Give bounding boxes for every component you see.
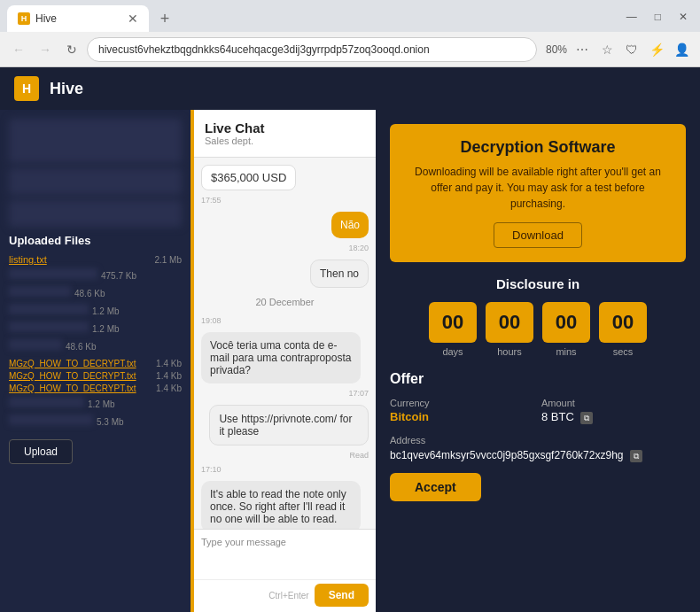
new-tab-button[interactable]: + xyxy=(152,6,177,31)
tab-bar: H Hive ✕ + — □ ✕ xyxy=(0,0,700,32)
close-window-button[interactable]: ✕ xyxy=(673,9,693,25)
file-name-listing[interactable]: listing.txt xyxy=(9,254,47,265)
app-favicon: H xyxy=(14,76,39,101)
currency-label: Currency xyxy=(390,398,534,408)
msg-bubble-4: Use https://privnote.com/ for it please xyxy=(209,405,369,445)
decryption-section: Decryption Software Downloading will be … xyxy=(390,124,686,262)
maximize-button[interactable]: □ xyxy=(649,9,666,25)
window-controls: — □ ✕ xyxy=(621,9,693,28)
date-divider: 20 December xyxy=(201,297,369,307)
send-button[interactable]: Send xyxy=(315,584,369,607)
download-button[interactable]: Download xyxy=(494,222,582,248)
msg-bubble-3: Você teria uma conta de e-mail para uma … xyxy=(201,332,361,383)
countdown-days-box: 00 xyxy=(429,302,477,343)
profile-icon[interactable]: 👤 xyxy=(670,38,693,61)
countdown-mins: 00 mins xyxy=(542,302,590,357)
countdown-days: 00 days xyxy=(429,302,477,357)
countdown-row: 00 days 00 hours 00 mins 00 secs xyxy=(390,302,686,357)
nav-bar: ← → ↻ hivecust6vhekztbqgdnkks64ucehqacge… xyxy=(0,32,700,67)
msg-time-2: 18:20 xyxy=(201,244,369,252)
countdown-hours-label: hours xyxy=(497,346,522,357)
chat-header: Live Chat Sales dept. xyxy=(194,110,376,158)
sidebar: Uploaded Files listing.txt 2.1 Mb 475.7 … xyxy=(0,110,191,612)
extension-icon[interactable]: ⚡ xyxy=(645,38,668,61)
countdown-secs: 00 secs xyxy=(599,302,647,357)
zoom-badge: 80% xyxy=(546,43,567,56)
msg-bubble-1: Não xyxy=(331,212,369,238)
file-size-1: 475.7 Kb xyxy=(101,271,136,281)
countdown-days-label: days xyxy=(442,346,463,357)
msg-read-4: Read xyxy=(201,451,369,460)
chat-panel: Live Chat Sales dept. $365,000 USD 17:55… xyxy=(194,110,376,612)
file-item-decrypt-1: MGzQ_HOW_TO_DECRYPT.txt 1.4 Kb xyxy=(9,359,182,368)
decryption-title: Decryption Software xyxy=(404,138,672,157)
address-bar[interactable]: hivecust6vhekztbqgdnkks64ucehqacge3dij3g… xyxy=(87,37,537,62)
file-size-5: 48.6 Kb xyxy=(66,342,96,352)
file-item-decrypt-3: MGzQ_HOW_TO_DECRYPT.txt 1.4 Kb xyxy=(9,383,182,393)
file-item-decrypt-2: MGzQ_HOW_TO_DECRYPT.txt 1.4 Kb xyxy=(9,371,182,381)
accept-button[interactable]: Accept xyxy=(390,473,481,501)
msg-time-1: 17:55 xyxy=(201,196,369,205)
upload-button[interactable]: Upload xyxy=(9,439,73,464)
chat-input[interactable] xyxy=(201,551,369,572)
file-bar-row-2: 48.6 Kb xyxy=(9,286,182,300)
tab-title: Hive xyxy=(35,12,122,25)
amount-message: $365,000 USD xyxy=(201,165,296,190)
reload-button[interactable]: ↻ xyxy=(60,38,83,61)
file-size-listing: 2.1 Mb xyxy=(154,255,182,265)
countdown-mins-box: 00 xyxy=(542,302,590,343)
decrypt-file-name-2[interactable]: MGzQ_HOW_TO_DECRYPT.txt xyxy=(9,371,136,381)
copy-amount-icon[interactable]: ⧉ xyxy=(580,412,593,424)
back-button[interactable]: ← xyxy=(7,38,30,61)
countdown-secs-label: secs xyxy=(613,346,634,357)
chat-input-area: Type your message xyxy=(194,529,376,579)
file-item-listing: listing.txt 2.1 Mb xyxy=(9,254,182,265)
shield-icon: 🛡 xyxy=(620,38,643,61)
file-bar-row-4: 1.2 Mb xyxy=(9,321,182,336)
chat-input-label: Type your message xyxy=(201,537,369,547)
main-layout: Uploaded Files listing.txt 2.1 Mb 475.7 … xyxy=(0,110,700,612)
bookmark-icon[interactable]: ☆ xyxy=(595,38,618,61)
disclosure-section: Disclosure in 00 days 00 hours 00 mins 0… xyxy=(390,276,686,357)
file-bar-row-1: 475.7 Kb xyxy=(9,268,182,283)
countdown-hours-box: 00 xyxy=(486,302,533,343)
uploaded-files-title: Uploaded Files xyxy=(9,234,182,247)
minimize-button[interactable]: — xyxy=(621,9,642,25)
disclosure-title: Disclosure in xyxy=(390,276,686,291)
amount-value: 8 BTC ⧉ xyxy=(541,410,686,424)
chat-messages: $365,000 USD 17:55 Não 18:20 Then no 20 … xyxy=(194,158,376,529)
file-size-2: 48.6 Kb xyxy=(74,289,105,298)
copy-address-icon[interactable]: ⧉ xyxy=(630,450,642,462)
msg-bubble-5: It's able to read the note only once. So… xyxy=(201,481,361,529)
file-size-4: 1.2 Mb xyxy=(92,324,120,334)
chat-subtitle: Sales dept. xyxy=(205,136,365,146)
offer-amount-field: Amount 8 BTC ⧉ xyxy=(541,398,686,424)
offer-currency-field: Currency Bitcoin xyxy=(390,398,534,424)
msg-time-5: 17:10 xyxy=(201,465,369,474)
browser-chrome: H Hive ✕ + — □ ✕ ← → ↻ hivecust6vhekztbq… xyxy=(0,0,700,67)
msg-time-4: 17:07 xyxy=(201,389,369,398)
right-panel: Decryption Software Downloading will be … xyxy=(376,110,700,612)
decrypt-file-size-2: 1.4 Kb xyxy=(156,371,182,381)
chat-footer: Ctrl+Enter Send xyxy=(194,579,376,612)
decrypt-file-size-1: 1.4 Kb xyxy=(156,359,182,368)
msg-time-3: 19:08 xyxy=(201,316,369,325)
forward-button[interactable]: → xyxy=(34,38,57,61)
offer-section: Offer Currency Bitcoin Amount 8 BTC ⧉ Ad… xyxy=(390,371,686,501)
app-header: H Hive xyxy=(0,67,700,110)
file-size-3: 1.2 Mb xyxy=(92,306,120,316)
tab-close-icon[interactable]: ✕ xyxy=(128,12,138,26)
more-button[interactable]: ⋯ xyxy=(571,38,594,61)
offer-grid: Currency Bitcoin Amount 8 BTC ⧉ xyxy=(390,398,686,424)
chat-title: Live Chat xyxy=(205,120,365,136)
decryption-description: Downloading will be available right afte… xyxy=(404,164,672,212)
decrypt-file-name-1[interactable]: MGzQ_HOW_TO_DECRYPT.txt xyxy=(9,359,136,368)
url-text: hivecust6vhekztbqgdnkks64ucehqacge3dij3g… xyxy=(98,43,430,56)
tab-favicon: H xyxy=(18,12,30,25)
app-title: Hive xyxy=(50,80,83,98)
active-tab[interactable]: H Hive ✕ xyxy=(7,5,149,32)
decrypt-file-name-3[interactable]: MGzQ_HOW_TO_DECRYPT.txt xyxy=(9,383,136,393)
file-bar-row-3: 1.2 Mb xyxy=(9,304,182,318)
countdown-hours: 00 hours xyxy=(486,302,533,357)
amount-label: Amount xyxy=(541,398,686,408)
